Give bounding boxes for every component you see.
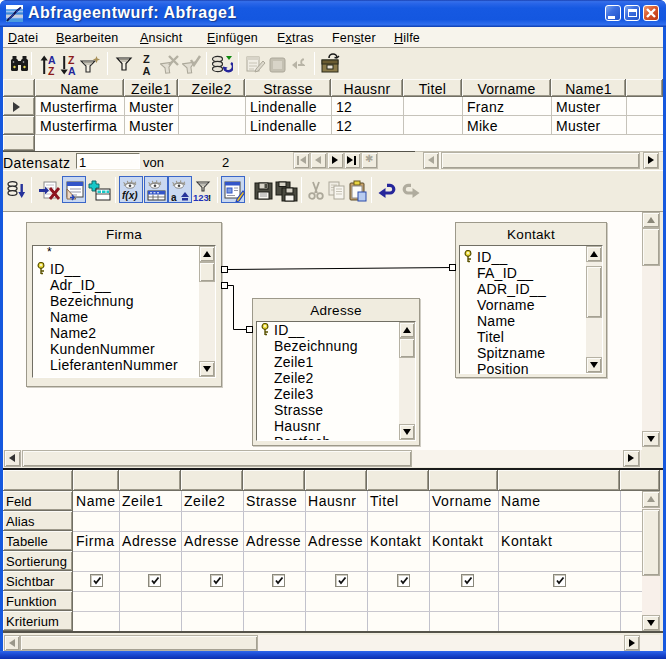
svg-text:a: a	[171, 192, 177, 202]
svg-text:123: 123	[193, 192, 209, 202]
svg-text:Z: Z	[48, 65, 55, 77]
svg-text:f(x): f(x)	[122, 190, 138, 201]
svg-text:Z: Z	[143, 53, 150, 65]
svg-text:!: !	[208, 192, 211, 202]
svg-text:A: A	[143, 65, 151, 77]
svg-text:A: A	[68, 65, 76, 77]
